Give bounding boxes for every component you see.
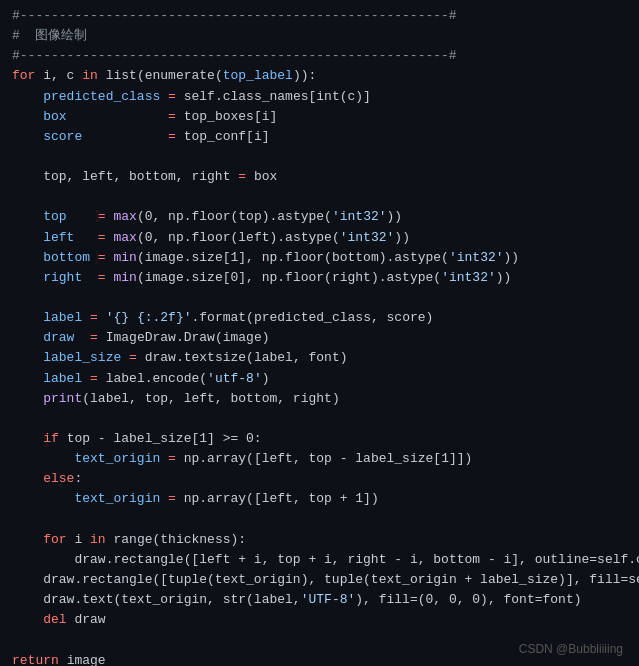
- code-line: label_size = draw.textsize(label, font): [0, 348, 639, 368]
- code-line: [0, 409, 639, 429]
- code-lines: #---------------------------------------…: [0, 6, 639, 666]
- code-line: for i in range(thickness):: [0, 530, 639, 550]
- code-line: draw.text(text_origin, str(label,'UTF-8'…: [0, 590, 639, 610]
- code-line: predicted_class = self.class_names[int(c…: [0, 87, 639, 107]
- code-line: label = '{} {:.2f}'.format(predicted_cla…: [0, 308, 639, 328]
- code-line: draw.rectangle([left + i, top + i, right…: [0, 550, 639, 570]
- code-line: [0, 147, 639, 167]
- code-line: draw.rectangle([tuple(text_origin), tupl…: [0, 570, 639, 590]
- code-line: if top - label_size[1] >= 0:: [0, 429, 639, 449]
- watermark: CSDN @Bubbliiiing: [519, 642, 623, 656]
- code-line: score = top_conf[i]: [0, 127, 639, 147]
- code-line: top = max(0, np.floor(top).astype('int32…: [0, 207, 639, 227]
- code-line: right = min(image.size[0], np.floor(righ…: [0, 268, 639, 288]
- code-line: label = label.encode('utf-8'): [0, 369, 639, 389]
- code-line: text_origin = np.array([left, top + 1]): [0, 489, 639, 509]
- code-line: [0, 510, 639, 530]
- code-container: #---------------------------------------…: [0, 0, 639, 666]
- code-line: text_origin = np.array([left, top - labe…: [0, 449, 639, 469]
- code-line: draw = ImageDraw.Draw(image): [0, 328, 639, 348]
- code-line: [0, 187, 639, 207]
- code-line: bottom = min(image.size[1], np.floor(bot…: [0, 248, 639, 268]
- code-line: del draw: [0, 610, 639, 630]
- code-line: # 图像绘制: [0, 26, 639, 46]
- code-line: [0, 288, 639, 308]
- code-line: top, left, bottom, right = box: [0, 167, 639, 187]
- code-line: else:: [0, 469, 639, 489]
- code-line: left = max(0, np.floor(left).astype('int…: [0, 228, 639, 248]
- code-line: print(label, top, left, bottom, right): [0, 389, 639, 409]
- code-line: for i, c in list(enumerate(top_label)):: [0, 66, 639, 86]
- code-line: box = top_boxes[i]: [0, 107, 639, 127]
- code-line: #---------------------------------------…: [0, 46, 639, 66]
- code-line: #---------------------------------------…: [0, 6, 639, 26]
